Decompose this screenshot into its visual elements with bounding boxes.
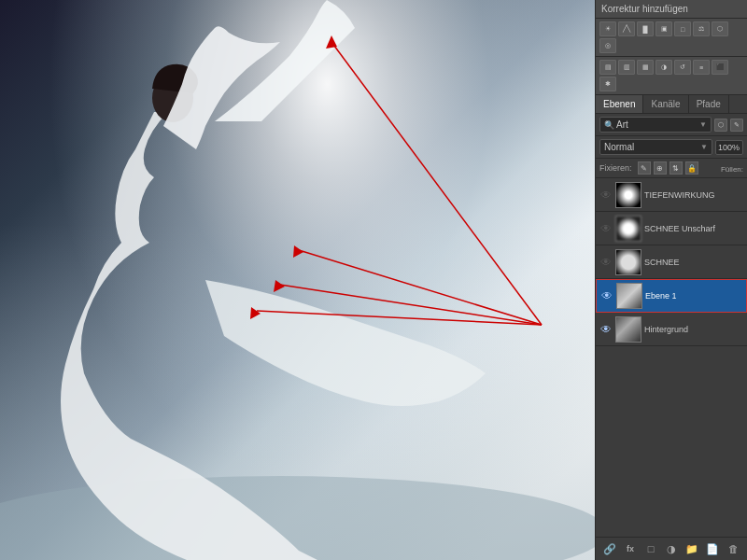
visibility-hintergrund-icon[interactable]: 👁 xyxy=(599,323,613,336)
filter-input-container[interactable]: 🔍 Art ▼ xyxy=(599,117,712,133)
search-icon: 🔍 xyxy=(604,120,614,130)
tab-pfade[interactable]: Pfade xyxy=(689,95,729,113)
adj-vibrance-icon[interactable]: □ xyxy=(674,21,691,36)
korrektur-header: Korrektur hinzufügen xyxy=(596,0,747,19)
layer-ebene1[interactable]: 👁 Ebene 1 xyxy=(596,279,747,313)
layer-schnee[interactable]: 👁 SCHNEE xyxy=(596,245,747,279)
adj-levels-icon[interactable]: ▐▌ xyxy=(637,21,654,36)
link-icon[interactable]: 🔗 xyxy=(602,541,617,556)
adj-toolbar-2: ▤ ▥ ▦ ◑ ↺ ≡ ⬛ ✱ xyxy=(596,57,747,95)
tab-kanaele[interactable]: Kanäle xyxy=(643,95,688,113)
fix-move-icon[interactable]: ⊕ xyxy=(654,161,667,175)
tabs-row: Ebenen Kanäle Pfade xyxy=(596,95,747,114)
fix-arrows-icon[interactable]: ⇅ xyxy=(669,161,683,175)
fixieren-label: Fixieren: xyxy=(599,163,632,173)
chevron-down-icon: ▼ xyxy=(699,120,707,129)
mask-icon[interactable]: □ xyxy=(643,541,658,556)
fix-lock-icon[interactable]: 🔒 xyxy=(685,161,698,175)
thumb-schnee-unscharf xyxy=(615,216,641,242)
visibility-schnee-unscharf-icon[interactable]: 👁 xyxy=(599,222,613,235)
thumb-hintergrund xyxy=(615,316,641,343)
delete-icon[interactable]: 🗑 xyxy=(726,541,740,556)
filter-option-2[interactable]: ✎ xyxy=(730,119,743,132)
adj-selective-icon[interactable]: ▦ xyxy=(637,60,654,75)
adj-hsl-icon[interactable]: ⚖ xyxy=(693,21,710,36)
layer-name-schnee-unscharf: SCHNEE Unscharf xyxy=(644,224,743,233)
adj-posterize-icon[interactable]: ≡ xyxy=(693,60,710,75)
layer-schnee-unscharf[interactable]: 👁 SCHNEE Unscharf xyxy=(596,212,747,245)
adj-brightness-icon[interactable]: ☀ xyxy=(599,21,616,36)
folder-icon[interactable]: 📁 xyxy=(684,541,699,556)
layer-hintergrund[interactable]: 👁 Hintergrund xyxy=(596,313,747,346)
bottom-toolbar: 🔗 fx □ ◑ 📁 📄 🗑 xyxy=(596,537,747,560)
layer-name-schnee: SCHNEE xyxy=(644,258,743,267)
visibility-ebene1-icon[interactable]: 👁 xyxy=(600,289,613,302)
adj-exposure-icon[interactable]: ▣ xyxy=(655,21,672,36)
filter-option-1[interactable]: ⬡ xyxy=(714,119,727,132)
adj-gradient-icon[interactable]: ▥ xyxy=(618,60,635,75)
adj-lookup-icon[interactable]: ✱ xyxy=(599,77,616,91)
blend-mode-value: Normal xyxy=(604,142,634,152)
adj-toolbar-1: ☀ ╱╲ ▐▌ ▣ □ ⚖ ⬡ ◎ xyxy=(596,19,747,57)
tab-ebenen[interactable]: Ebenen xyxy=(596,95,643,113)
adj-curves-icon[interactable]: ╱╲ xyxy=(618,21,635,36)
fixieren-row: Fixieren: ✎ ⊕ ⇅ 🔒 Füllen: xyxy=(596,159,747,178)
blend-mode-row: Normal ▼ 100% xyxy=(596,136,747,159)
adj-invert-icon[interactable]: ↺ xyxy=(674,60,691,75)
mist-overlay xyxy=(0,0,595,560)
layer-name-hintergrund: Hintergrund xyxy=(644,325,743,334)
fix-paint-icon[interactable]: ✎ xyxy=(638,161,651,175)
adj-bw-icon[interactable]: ◑ xyxy=(655,60,672,75)
fill-value: Füllen: xyxy=(721,163,743,174)
photo-background xyxy=(0,0,595,560)
right-panel: Korrektur hinzufügen ☀ ╱╲ ▐▌ ▣ □ ⚖ ⬡ ◎ ▤… xyxy=(595,0,747,560)
thumb-tiefenwirkung xyxy=(615,182,641,208)
new-layer-icon[interactable]: 📄 xyxy=(705,541,720,556)
opacity-field[interactable]: 100% xyxy=(715,140,743,155)
canvas-area xyxy=(0,0,595,560)
adj-photo-icon[interactable]: ◎ xyxy=(599,38,616,53)
visibility-tiefenwirkung-icon[interactable]: 👁 xyxy=(599,189,613,202)
korrektur-title: Korrektur hinzufügen xyxy=(601,4,688,14)
thumb-schnee xyxy=(615,249,641,275)
layer-name-ebene1: Ebene 1 xyxy=(645,291,742,301)
adj-color-icon[interactable]: ⬡ xyxy=(712,21,728,36)
layer-tiefenwirkung[interactable]: 👁 TIEFENWIRKUNG xyxy=(596,178,747,212)
fx-icon[interactable]: fx xyxy=(623,541,638,556)
layer-name-tiefenwirkung: TIEFENWIRKUNG xyxy=(644,190,743,200)
filter-value: Art xyxy=(616,119,628,130)
layers-list: 👁 TIEFENWIRKUNG 👁 SCHNEE Unscharf 👁 SCHN… xyxy=(596,178,747,537)
adj-channel-icon[interactable]: ▤ xyxy=(599,60,616,75)
visibility-schnee-icon[interactable]: 👁 xyxy=(599,256,613,269)
blend-chevron-icon: ▼ xyxy=(700,143,708,151)
thumb-ebene1 xyxy=(616,283,642,309)
adjustment-icon[interactable]: ◑ xyxy=(664,541,679,556)
adj-threshold-icon[interactable]: ⬛ xyxy=(712,60,728,75)
filter-row: 🔍 Art ▼ ⬡ ✎ xyxy=(596,114,747,136)
